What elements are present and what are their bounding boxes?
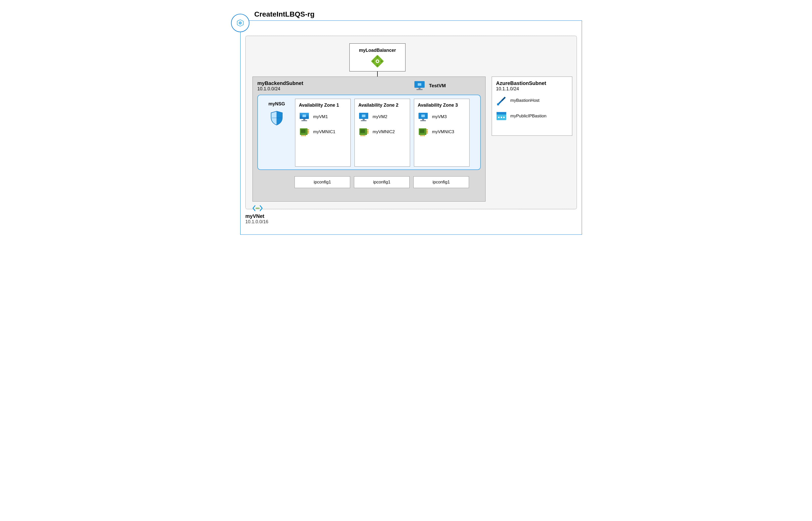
svg-rect-35 <box>363 135 364 136</box>
az3-vm-name: myVM3 <box>432 114 447 119</box>
svg-rect-45 <box>426 132 428 133</box>
svg-rect-19 <box>308 132 309 133</box>
az2-vm: myVM2 <box>358 112 406 122</box>
ipconfig-box-3: ipconfig1 <box>413 176 469 188</box>
nic-icon <box>418 127 428 136</box>
svg-rect-38 <box>421 115 425 117</box>
diagram-canvas: CreateIntLBQS-rg myVNet 10.1.0.0/16 myLo… <box>225 10 587 240</box>
svg-rect-46 <box>420 135 421 136</box>
nsg-name: myNSG <box>261 101 292 107</box>
vm-icon <box>414 81 425 91</box>
shield-icon <box>269 110 284 126</box>
availability-zone-3: Availability Zone 3 myVM3 <box>414 99 470 166</box>
svg-rect-12 <box>303 115 306 117</box>
bastion-subnet-name: AzureBastionSubnet <box>496 81 568 86</box>
vm-icon <box>299 112 310 122</box>
svg-rect-40 <box>420 120 426 121</box>
availability-zone-1: Availability Zone 1 myVM1 <box>295 99 351 166</box>
vm-icon <box>418 112 428 122</box>
svg-rect-32 <box>367 132 368 133</box>
load-balancer-icon <box>371 55 384 67</box>
nsg-container: myNSG Availability Zone 1 <box>257 95 481 170</box>
svg-rect-56 <box>497 112 506 115</box>
svg-rect-21 <box>303 135 303 136</box>
test-vm: TestVM <box>414 81 446 91</box>
svg-point-2 <box>258 208 259 209</box>
svg-rect-53 <box>416 89 423 90</box>
bastion-host-name: myBastionHost <box>510 98 540 103</box>
svg-rect-20 <box>301 135 302 136</box>
svg-rect-47 <box>421 135 422 136</box>
svg-rect-31 <box>367 131 368 132</box>
svg-rect-51 <box>418 83 421 86</box>
ipconfig-box-1: ipconfig1 <box>294 176 350 188</box>
svg-point-0 <box>256 208 257 209</box>
vnet-name: myVNet <box>245 213 268 219</box>
backend-subnet-name: myBackendSubnet <box>253 77 485 86</box>
backend-subnet: myBackendSubnet 10.1.0.0/24 myNSG Availa… <box>253 76 485 202</box>
az1-nic-name: myVMNIC1 <box>313 129 335 134</box>
svg-rect-36 <box>364 135 365 136</box>
svg-rect-16 <box>301 129 306 133</box>
svg-point-1 <box>257 208 258 209</box>
az3-vm: myVM3 <box>418 112 466 122</box>
bastion-public-ip-name: myPublicIPBastion <box>510 114 547 119</box>
svg-rect-52 <box>419 88 421 89</box>
availability-zone-2: Availability Zone 2 myVM2 <box>355 99 410 166</box>
svg-rect-13 <box>303 119 305 120</box>
az1-nic: myVMNIC1 <box>299 127 347 136</box>
bastion-public-ip: myPublicIPBastion <box>496 112 568 121</box>
az2-title: Availability Zone 2 <box>358 103 406 108</box>
svg-rect-39 <box>422 119 424 120</box>
load-balancer-box: myLoadBalancer <box>350 43 405 71</box>
svg-rect-14 <box>302 120 307 121</box>
nsg-label: myNSG <box>261 101 292 127</box>
public-ip-icon <box>496 112 507 121</box>
load-balancer-name: myLoadBalancer <box>359 48 396 53</box>
nic-icon <box>299 127 310 136</box>
svg-rect-22 <box>304 135 305 136</box>
svg-point-57 <box>498 117 500 118</box>
svg-rect-26 <box>363 119 365 120</box>
bastion-host: myBastionHost <box>496 95 568 106</box>
svg-point-5 <box>377 60 379 62</box>
svg-rect-43 <box>426 129 428 130</box>
svg-rect-30 <box>367 129 368 130</box>
az2-vm-name: myVM2 <box>373 114 387 119</box>
test-vm-name: TestVM <box>429 83 446 89</box>
svg-rect-33 <box>361 135 361 136</box>
svg-rect-54 <box>497 103 499 105</box>
bastion-subnet: AzureBastionSubnet 10.1.1.0/24 myBastion… <box>492 76 572 136</box>
vnet-icon <box>252 205 263 212</box>
svg-rect-34 <box>362 135 363 136</box>
resource-group-icon <box>231 14 249 32</box>
nic-icon <box>358 127 369 136</box>
svg-rect-23 <box>305 135 306 136</box>
ipconfig-box-2: ipconfig1 <box>354 176 410 188</box>
svg-rect-44 <box>426 131 428 132</box>
svg-rect-18 <box>308 131 309 132</box>
bastion-icon <box>496 95 507 106</box>
az2-nic: myVMNIC2 <box>358 127 406 136</box>
svg-point-58 <box>501 117 502 118</box>
vm-icon <box>358 112 369 122</box>
az2-nic-name: myVMNIC2 <box>373 129 395 134</box>
bastion-subnet-cidr: 10.1.1.0/24 <box>496 86 568 95</box>
resource-group-title: CreateIntLBQS-rg <box>254 10 314 18</box>
svg-rect-42 <box>420 129 424 133</box>
svg-rect-27 <box>361 120 366 121</box>
svg-point-59 <box>503 117 505 118</box>
az3-nic: myVMNIC3 <box>418 127 466 136</box>
vnet-cidr: 10.1.0.0/16 <box>245 219 268 225</box>
az3-title: Availability Zone 3 <box>418 103 466 108</box>
vnet-label: myVNet 10.1.0.0/16 <box>245 213 268 225</box>
az1-vm: myVM1 <box>299 112 347 122</box>
az1-title: Availability Zone 1 <box>299 103 347 108</box>
svg-rect-49 <box>424 135 425 136</box>
svg-rect-29 <box>360 129 365 133</box>
az1-vm-name: myVM1 <box>313 114 328 119</box>
backend-subnet-cidr: 10.1.0.0/24 <box>253 86 485 93</box>
svg-rect-17 <box>308 129 309 130</box>
az3-nic-name: myVMNIC3 <box>432 129 454 134</box>
svg-rect-48 <box>423 135 423 136</box>
